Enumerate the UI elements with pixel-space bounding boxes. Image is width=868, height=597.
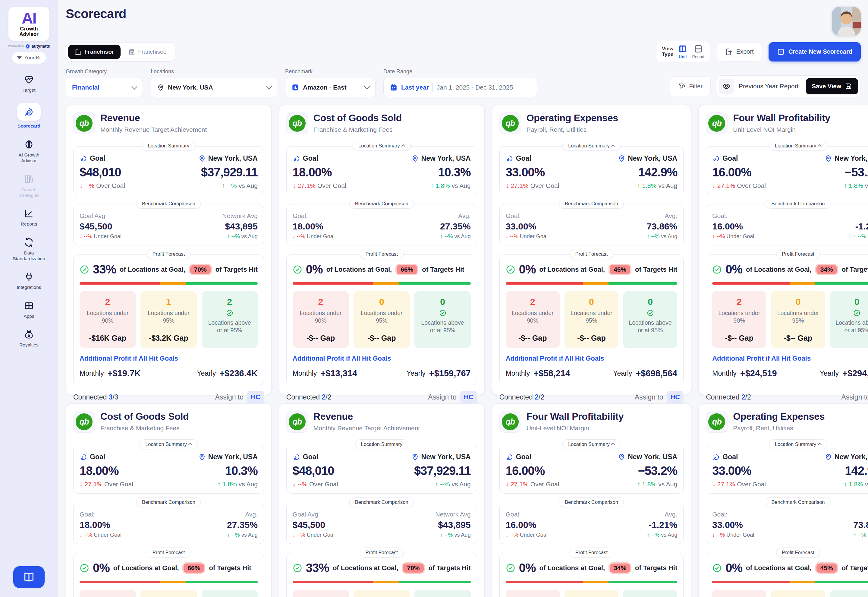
filter-button[interactable]: Filter — [670, 76, 711, 96]
export-button[interactable]: Export — [717, 42, 762, 61]
assignee-badge[interactable]: HC — [667, 391, 684, 404]
locations-under-90-box: 2 Locations under 90% -$-- Gap — [712, 291, 766, 348]
sidebar-item-scorecard[interactable]: Scorecard — [3, 103, 55, 129]
profit-forecast-pill[interactable]: Profit Forecast — [776, 249, 820, 259]
goal-delta-pct: 27.1% — [717, 481, 735, 488]
benchmark-right-delta-text: vs Aug — [661, 532, 677, 538]
benchmark-pill[interactable]: Benchmark Comparison — [136, 497, 201, 507]
user-avatar[interactable] — [832, 7, 861, 36]
goal-delta-pct: 27.1% — [511, 481, 529, 488]
benchmark-select[interactable]: Amazon - East — [285, 78, 376, 97]
arrow-down-icon: ↓ — [293, 481, 296, 488]
card-subtitle: Monthly Revenue Target Achievement — [313, 425, 420, 432]
location-summary-pill[interactable]: Location Summary — [562, 439, 621, 449]
mode-toggle: Franchisor Franchisee — [66, 42, 175, 61]
location-summary-pill[interactable]: Location Summary — [562, 141, 621, 151]
progress-orange-segment — [373, 282, 400, 285]
plus-square-icon — [777, 48, 785, 56]
under-90-label: Locations under 90% — [85, 309, 130, 325]
growth-category-select[interactable]: Financial — [66, 78, 143, 97]
benchmark-pill[interactable]: Benchmark Comparison — [136, 199, 201, 209]
card-title: Revenue — [100, 113, 207, 123]
sidebar-item-reports[interactable]: Reports — [3, 208, 55, 227]
create-scorecard-button[interactable]: Create New Scorecard — [769, 42, 861, 61]
profit-forecast-section: Profit Forecast 0% of Locations at Goal,… — [499, 254, 684, 385]
location-name: New York, USA — [208, 154, 258, 162]
goal-label: Goal — [90, 453, 105, 461]
targets-hit-text: of Targets Hit — [215, 266, 258, 273]
benchmark-pill[interactable]: Benchmark Comparison — [349, 199, 414, 209]
location-delta: ↑ 1.8% vs Aug — [844, 481, 868, 488]
profit-forecast-pill[interactable]: Profit Forecast — [360, 548, 404, 557]
sidebar-item-label: AI Growth Advisor — [12, 152, 46, 164]
previous-year-report-label[interactable]: Previous Year Report — [739, 83, 801, 90]
franchisor-toggle[interactable]: Franchisor — [68, 45, 120, 59]
targets-hit-text: of Targets Hit — [842, 266, 868, 273]
benchmark-right-delta: ↑ --% vs Aug — [440, 532, 471, 538]
additional-profit-link[interactable]: Additional Profit if All Hit Goals — [506, 355, 677, 362]
profit-forecast-pill[interactable]: Profit Forecast — [360, 249, 404, 259]
sidebar-item-ai-growth-advisor[interactable]: AI Growth Advisor — [3, 139, 55, 164]
arrow-up-icon: ↑ — [222, 182, 225, 189]
additional-profit-link[interactable]: Additional Profit if All Hit Goals — [712, 355, 868, 362]
location-summary-pill[interactable]: Location Summary — [355, 439, 408, 449]
sidebar-item-royalties[interactable]: Royalties — [3, 329, 55, 348]
sidebar-item-integrations[interactable]: Integrations — [3, 272, 55, 290]
franchisee-toggle[interactable]: Franchisee — [122, 45, 173, 59]
card-header: qb Operating Expenses Payroll, Rent, Uti… — [706, 411, 868, 433]
benchmark-pill[interactable]: Benchmark Comparison — [349, 497, 414, 507]
targets-hit-badge: 66% — [182, 562, 205, 574]
under-90-label: Locations under 90% — [510, 309, 555, 325]
save-view-button[interactable]: Save View — [806, 78, 858, 94]
location-summary-pill[interactable]: Location Summary — [142, 141, 195, 151]
help-guide-button[interactable] — [13, 566, 44, 588]
profit-forecast-pill[interactable]: Profit Forecast — [776, 548, 820, 557]
benchmark-left-value: 33.00% — [506, 221, 548, 232]
sidebar-item-growth-strategies[interactable]: Growth Strategies — [3, 174, 55, 198]
location-summary-pill[interactable]: Location Summary — [769, 141, 827, 151]
additional-profit-link[interactable]: Additional Profit if All Hit Goals — [293, 355, 471, 362]
location-summary-section: Location Summary Goal 18.00% ↓ 27.1% Ove… — [73, 445, 264, 494]
view-type-unit[interactable]: Unit — [678, 44, 687, 59]
targets-hit-text: of Targets Hit — [422, 266, 464, 273]
location-value: 10.3% — [225, 464, 258, 478]
benchmark-pill[interactable]: Benchmark Comparison — [766, 497, 831, 507]
location-summary-pill[interactable]: Location Summary — [769, 439, 827, 449]
benchmark-left-value: $45,500 — [293, 520, 335, 530]
sidebar-item-apps[interactable]: Apps — [3, 301, 55, 319]
progress-green-segment — [609, 581, 677, 583]
eye-icon[interactable] — [719, 79, 734, 94]
progress-green-segment — [815, 282, 868, 285]
locations-under-90-box: 2 Locations under 90% -$-- Gap — [506, 291, 560, 348]
benchmark-right-value: 73.86% — [646, 221, 677, 232]
profit-forecast-pill[interactable]: Profit Forecast — [147, 548, 191, 557]
view-type-period[interactable]: Period — [692, 44, 704, 59]
locations-select[interactable]: New York, USA — [151, 78, 277, 97]
assignee-badge[interactable]: HC — [247, 391, 264, 404]
locations-under-95-box: 0 Locations under 95% -$-- Gap — [141, 590, 197, 597]
workspace-selector[interactable]: Your Br — [12, 52, 46, 64]
benchmark-left-delta-pct: --% — [297, 233, 305, 240]
location-summary-pill[interactable]: Location Summary — [139, 439, 198, 449]
goal-delta: ↓ 27.1% Over Goal — [293, 182, 346, 189]
location-delta: ↑ 1.8% vs Aug — [637, 481, 677, 488]
benchmark-right-value: -1.21% — [649, 520, 677, 530]
assignee-badge[interactable]: HC — [460, 391, 477, 404]
profit-forecast-pill[interactable]: Profit Forecast — [570, 249, 613, 259]
assign-to: Assign to HC — [841, 391, 868, 404]
benchmark-right-label: Avg. — [458, 212, 471, 220]
sidebar-item-target[interactable]: Target — [3, 74, 55, 93]
benchmark-pill[interactable]: Benchmark Comparison — [559, 199, 624, 209]
connected-label: Connected — [286, 393, 320, 401]
profit-forecast-pill[interactable]: Profit Forecast — [147, 249, 191, 259]
location-summary-pill[interactable]: Location Summary — [353, 141, 411, 151]
additional-profit-link[interactable]: Additional Profit if All Hit Goals — [80, 355, 258, 362]
monthly-label: Monthly — [506, 369, 530, 377]
benchmark-right-value: 27.35% — [440, 221, 471, 232]
sidebar-item-data-standardization[interactable]: Data Standardization — [3, 237, 55, 262]
benchmark-pill[interactable]: Benchmark Comparison — [559, 497, 624, 507]
benchmark-pill[interactable]: Benchmark Comparison — [766, 199, 831, 209]
date-range-picker[interactable]: Last year Jan 1, 2025 - Dec 31, 2025 — [384, 78, 537, 97]
arrow-up-icon: ↑ — [217, 481, 221, 488]
profit-forecast-pill[interactable]: Profit Forecast — [570, 548, 613, 557]
